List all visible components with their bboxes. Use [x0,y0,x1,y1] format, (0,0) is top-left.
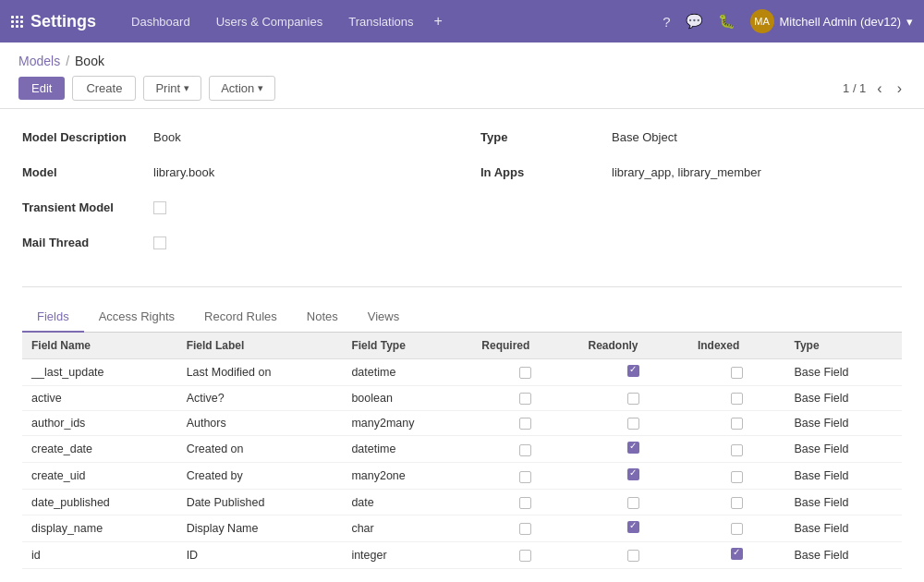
col-indexed: Indexed [688,333,785,359]
form-col-left: Model Description Book Model library.boo… [22,127,444,268]
nav-translations[interactable]: Translations [335,0,426,42]
help-icon[interactable]: ? [663,14,670,30]
tab-notes[interactable]: Notes [292,302,353,333]
print-button[interactable]: Print [143,76,201,101]
checkbox-unchecked[interactable] [627,550,639,562]
cell-required [472,490,578,515]
checkbox-unchecked[interactable] [731,497,743,509]
table-header-row: Field Name Field Label Field Type Requir… [22,333,902,359]
pagination-next[interactable]: › [894,79,906,99]
checkbox-checked[interactable] [627,442,639,454]
checkbox-unchecked[interactable] [627,393,639,405]
pagination-prev[interactable]: ‹ [873,79,885,99]
cell-field-type: datetime [342,436,472,463]
checkbox-unchecked[interactable] [627,418,639,430]
checkbox-checked[interactable] [627,468,639,480]
cell-field-label: Last Modified on [177,359,343,386]
form-section: Model Description Book Model library.boo… [22,127,902,268]
table-row: create_uid Created by many2one Base Fiel… [22,463,902,490]
breadcrumb: Models / Book [18,54,906,68]
tab-fields[interactable]: Fields [22,302,84,333]
checkbox-unchecked[interactable] [731,523,743,535]
cell-indexed [688,490,785,515]
nav-plus[interactable]: + [427,0,450,42]
checkbox-unchecked[interactable] [519,497,531,509]
table-row: id ID integer Base Field [22,541,902,568]
checkbox-unchecked[interactable] [519,550,531,562]
edit-button[interactable]: Edit [18,77,65,100]
form-row-mail: Mail Thread [22,233,444,259]
table-row: __last_update Last Modified on datetime … [22,359,902,386]
checkbox-unchecked[interactable] [731,367,743,379]
cell-field-label: Created by [177,463,343,490]
tab-access-rights[interactable]: Access Rights [84,302,189,333]
tab-views[interactable]: Views [353,302,414,333]
model-description-value: Book [153,127,181,144]
cell-field-label: Authors [177,411,343,436]
checkbox-unchecked[interactable] [519,393,531,405]
checkbox-checked[interactable] [627,365,639,377]
cell-field-label: Created on [177,436,343,463]
checkbox-unchecked[interactable] [731,471,743,483]
in-apps-value: library_app, library_member [612,163,761,179]
mail-thread-label: Mail Thread [22,233,142,249]
table-row: display_name Display Name char Base Fiel… [22,515,902,541]
checkbox-unchecked[interactable] [731,444,743,456]
cell-type: Base Field [784,386,902,411]
cell-indexed [688,411,785,436]
checkbox-unchecked[interactable] [519,471,531,483]
cell-readonly [579,515,688,541]
form-row-model-description: Model Description Book [22,127,444,153]
cell-type: Base Field [784,490,902,515]
cell-field-label: Display Name [177,515,343,541]
pagination: 1 / 1 ‹ › [843,79,906,99]
chat-icon[interactable]: 💬 [686,13,703,30]
col-field-type: Field Type [342,333,472,359]
form-row-model: Model library.book [22,163,444,188]
toolbar: Edit Create Print Action 1 / 1 ‹ › [18,76,906,101]
cell-field-label: Active? [177,386,343,411]
checkbox-unchecked[interactable] [519,367,531,379]
checkbox-unchecked[interactable] [731,418,743,430]
transient-model-checkbox[interactable] [153,201,166,214]
cell-field-name: create_uid [22,463,177,490]
cell-type: Base Field [784,541,902,568]
col-required: Required [472,333,578,359]
cell-field-label: ID [177,541,343,568]
nav-users-companies[interactable]: Users & Companies [203,0,336,42]
cell-required [472,436,578,463]
cell-required [472,359,578,386]
breadcrumb-parent[interactable]: Models [18,54,60,68]
checkbox-unchecked[interactable] [731,393,743,405]
cell-field-type: many2one [342,463,472,490]
cell-readonly [579,541,688,568]
cell-required [472,463,578,490]
nav-dashboard[interactable]: Dashboard [118,0,203,42]
cell-type: Base Field [784,411,902,436]
checkbox-unchecked[interactable] [519,418,531,430]
mail-thread-checkbox[interactable] [153,236,166,249]
cell-field-name: id [22,541,177,568]
cell-type: Base Field [784,359,902,386]
user-menu[interactable]: MA Mitchell Admin (dev12) ▾ [750,9,914,33]
col-field-name: Field Name [22,333,177,359]
cell-field-type: date [342,490,472,515]
cell-readonly [579,463,688,490]
form-row-type: Type Base Object [480,127,902,153]
cell-indexed [688,463,785,490]
checkbox-unchecked[interactable] [627,497,639,509]
action-button[interactable]: Action [209,76,275,101]
create-button[interactable]: Create [72,76,136,101]
bug-icon[interactable]: 🐛 [718,13,736,30]
cell-field-name: author_ids [22,411,177,436]
checkbox-checked[interactable] [627,521,639,533]
cell-field-type: integer [342,541,472,568]
cell-field-name: __last_update [22,359,177,386]
form-row-transient: Transient Model [22,198,444,224]
checkbox-unchecked[interactable] [519,444,531,456]
checkbox-unchecked[interactable] [519,523,531,535]
in-apps-label: In Apps [480,163,601,179]
checkbox-checked[interactable] [731,548,743,560]
cell-readonly [579,436,688,463]
tab-record-rules[interactable]: Record Rules [189,302,292,333]
